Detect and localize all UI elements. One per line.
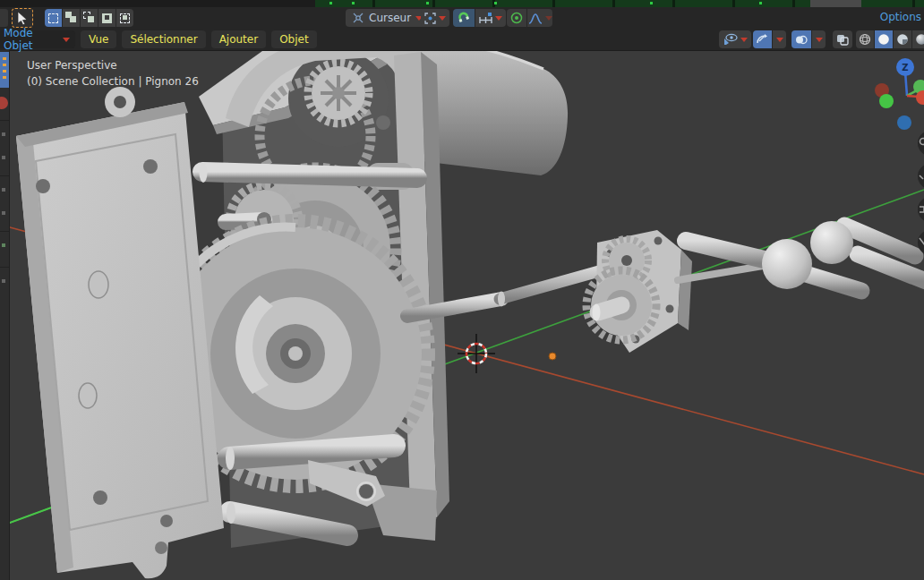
menu-ajouter[interactable]: Ajouter <box>211 30 267 48</box>
select-mode-intersect-button[interactable] <box>116 9 133 27</box>
toolbar-active-tool[interactable] <box>0 52 9 88</box>
select-mode-extend-button[interactable] <box>63 9 81 27</box>
external-strip-gray-segment <box>810 0 861 7</box>
external-top-strip <box>0 0 924 7</box>
proportional-falloff-dropdown[interactable] <box>527 9 552 27</box>
active-tool-button[interactable] <box>12 8 33 28</box>
tool-settings-bar: Curseur <box>0 7 924 30</box>
dropdown-chevron-icon <box>439 16 446 21</box>
proportional-edit-group <box>507 9 552 27</box>
object-origin-dot <box>549 353 556 360</box>
proportional-edit-toggle[interactable] <box>507 9 527 27</box>
pivot-point-icon <box>352 12 364 24</box>
material-sphere-icon <box>896 33 909 46</box>
snapping-group <box>453 9 506 27</box>
overlays-group <box>791 30 826 48</box>
select-mode-new-button[interactable] <box>45 9 63 27</box>
external-strip-dot <box>494 2 497 4</box>
mode-label: Mode Objet <box>4 27 63 52</box>
overlays-icon <box>795 34 808 46</box>
pivot-point-dropdown[interactable]: Curseur <box>346 9 429 27</box>
toolbar-tool-sliver[interactable] <box>2 156 5 159</box>
dropdown-chevron-icon <box>545 16 552 21</box>
external-strip-dot <box>759 2 762 4</box>
xray-icon <box>836 34 849 46</box>
menu-objet[interactable]: Objet <box>271 30 316 48</box>
shading-solid-button[interactable] <box>875 30 894 48</box>
menu-bar: Vue Sélectionner Ajouter Objet <box>81 30 317 48</box>
dropdown-chevron-icon <box>776 38 783 42</box>
viewport-info-overlay: User Perspective (0) Scene Collection | … <box>27 57 199 90</box>
left-toolbar <box>0 50 10 580</box>
snap-toggle-button[interactable] <box>453 9 475 27</box>
show-overlays-toggle[interactable] <box>791 30 811 48</box>
falloff-curve-icon <box>528 13 543 24</box>
dropdown-chevron-icon <box>495 16 502 21</box>
dropdown-chevron-icon <box>63 38 70 42</box>
toolbar-tool-sliver[interactable] <box>2 211 5 215</box>
gizmo-neg-y-ball <box>879 94 894 108</box>
snap-increment-icon <box>479 13 492 24</box>
object-visibility-dropdown[interactable] <box>719 30 751 48</box>
magnet-icon <box>458 12 470 24</box>
select-mode-group <box>45 9 133 27</box>
pivot-point-label: Curseur <box>369 12 411 24</box>
gizmo-neg-z-ball <box>897 115 911 130</box>
overlays-dropdown[interactable] <box>812 30 826 48</box>
shading-wireframe-button[interactable] <box>856 30 875 48</box>
view-name-label: User Perspective <box>27 57 199 73</box>
external-strip-dot <box>426 2 429 4</box>
mode-dropdown[interactable]: Mode Objet <box>0 30 75 48</box>
external-strip-dot <box>329 2 332 4</box>
gizmo-z-label: Z <box>902 63 908 72</box>
shading-mode-group <box>856 30 924 48</box>
gizmo-arc-icon <box>757 34 768 46</box>
cursor-arrow-icon <box>17 12 29 25</box>
shading-rendered-button[interactable] <box>912 30 924 48</box>
menu-selectionner[interactable]: Sélectionner <box>122 30 205 48</box>
rendered-sphere-icon <box>915 33 924 46</box>
shading-material-button[interactable] <box>894 30 912 48</box>
blender-window: Z <box>0 0 924 580</box>
gizmos-dropdown[interactable] <box>773 30 786 48</box>
xray-toggle[interactable] <box>833 30 852 48</box>
solid-sphere-icon <box>877 33 890 46</box>
options-dropdown[interactable]: Options <box>880 11 921 23</box>
active-object-label: (0) Scene Collection | Pignon 26 <box>27 73 199 90</box>
viewport-header: Mode Objet Vue Sélectionner Ajouter Obje… <box>0 29 924 51</box>
transform-orientation-dropdown[interactable] <box>421 9 449 27</box>
wireframe-sphere-icon <box>859 33 871 46</box>
snap-settings-dropdown[interactable] <box>475 9 506 27</box>
show-gizmos-toggle[interactable] <box>753 30 772 48</box>
visibility-eye-icon <box>723 33 738 46</box>
toolbar-cursor-tool[interactable] <box>0 97 8 109</box>
toolbar-tool-sliver[interactable] <box>2 279 5 283</box>
select-mode-subtract-button[interactable] <box>81 9 98 27</box>
toolbar-tool-sliver[interactable] <box>2 188 5 192</box>
dropdown-chevron-icon <box>816 38 823 42</box>
clipped-editor-button[interactable] <box>0 9 8 27</box>
dropdown-chevron-icon <box>740 38 748 42</box>
external-strip-dot <box>650 2 653 4</box>
toolbar-tool-sliver[interactable] <box>2 243 5 247</box>
transform-orientation-icon <box>424 13 436 24</box>
menu-vue[interactable]: Vue <box>81 30 116 48</box>
gizmos-group <box>753 30 786 48</box>
toolbar-tool-sliver[interactable] <box>2 132 5 136</box>
external-strip-dot <box>352 2 355 4</box>
proportional-edit-icon <box>510 12 523 24</box>
select-mode-invert-button[interactable] <box>98 9 116 27</box>
